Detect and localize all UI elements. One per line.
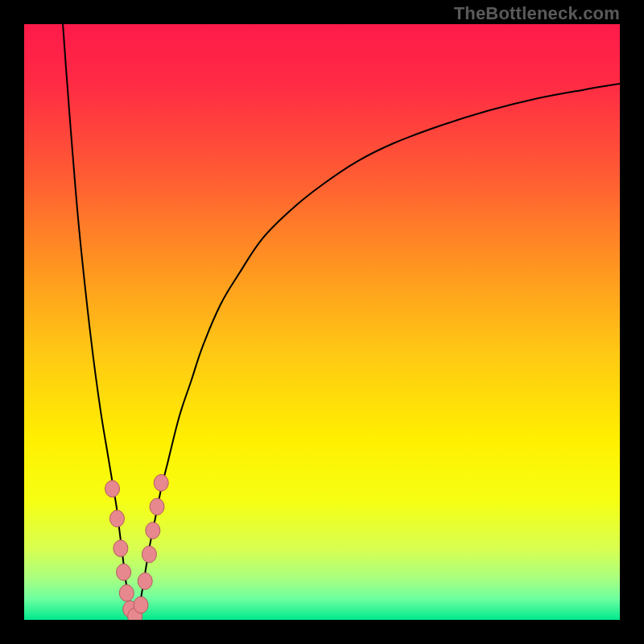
data-point bbox=[119, 584, 134, 601]
data-point bbox=[114, 540, 128, 557]
curve-layer bbox=[24, 24, 620, 620]
plot-area bbox=[24, 24, 620, 620]
data-point bbox=[146, 522, 160, 539]
data-point bbox=[117, 564, 131, 580]
data-point bbox=[134, 597, 148, 613]
data-point bbox=[142, 546, 156, 563]
data-point bbox=[109, 510, 124, 527]
curve-right-branch bbox=[138, 84, 620, 620]
data-point bbox=[150, 498, 164, 515]
data-point bbox=[154, 474, 168, 491]
chart-stage: TheBottleneck.com bbox=[0, 0, 644, 644]
curve-left-branch bbox=[63, 24, 131, 620]
data-point bbox=[138, 573, 152, 590]
watermark-text: TheBottleneck.com bbox=[454, 3, 620, 24]
data-point bbox=[105, 481, 120, 497]
